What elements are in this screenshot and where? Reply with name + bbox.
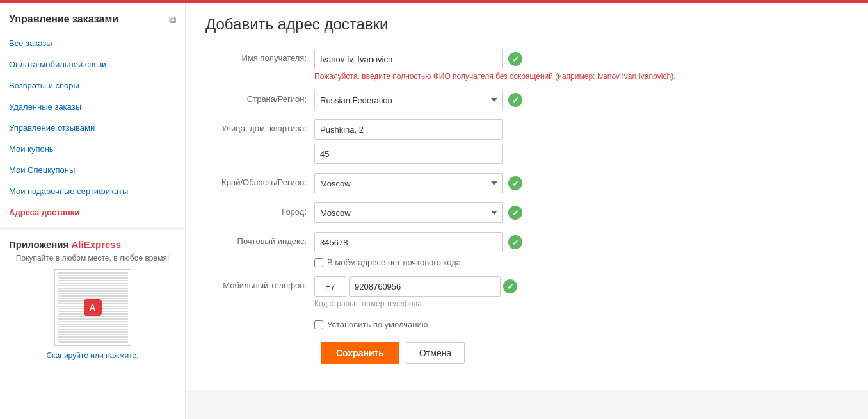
country-row: Страна/Регион: Russian Federation Ukrain…	[205, 90, 730, 110]
sidebar-header: Управление заказами ⧉	[0, 3, 185, 33]
delivery-form: Имя получателя: Пожалуйста, введите полн…	[205, 49, 730, 364]
recipient-valid-icon	[508, 52, 522, 66]
city-row: Город: Moscow Saint Petersburg Novosibir…	[205, 202, 730, 223]
country-valid-icon	[508, 93, 522, 107]
sidebar-item-coupons[interactable]: Мои купоны	[0, 138, 185, 160]
default-wrap: Установить по умолчанию	[314, 317, 730, 329]
default-row: Установить по умолчанию	[205, 317, 730, 329]
sidebar-item-gift-certificates[interactable]: Мои подарочные сертификаты	[0, 181, 185, 202]
phone-valid-icon	[503, 279, 517, 293]
app-promo-subtitle: Покупайте в любом месте, в любое время!	[9, 254, 176, 263]
main-content: Добавить адрес доставки Имя получателя: …	[186, 3, 868, 390]
phone-number-input[interactable]	[349, 276, 501, 297]
recipient-input[interactable]	[314, 49, 503, 69]
region-label: Край/Область/Регион:	[205, 173, 314, 187]
sidebar: Управление заказами ⧉ Все заказы Оплата …	[0, 3, 186, 419]
country-select[interactable]: Russian Federation Ukraine Belarus Kazak…	[314, 90, 503, 110]
phone-label: Мобильный телефон:	[205, 276, 314, 290]
city-valid-icon	[508, 206, 522, 220]
phone-row: Мобильный телефон: Код страны - номер те…	[205, 276, 730, 308]
qr-code: A	[54, 269, 131, 346]
page-title: Добавить адрес доставки	[205, 15, 849, 33]
postal-row: Почтовый индекс: В моём адресе нет почто…	[205, 232, 730, 267]
street-input[interactable]	[314, 119, 503, 140]
recipient-label: Имя получателя:	[205, 49, 314, 63]
postal-label: Почтовый индекс:	[205, 232, 314, 246]
recipient-hint: Пожалуйста, введите полностью ФИО получа…	[314, 72, 675, 81]
sidebar-item-deleted[interactable]: Удалённые заказы	[0, 96, 185, 117]
set-default-checkbox[interactable]	[314, 320, 323, 329]
country-wrap: Russian Federation Ukraine Belarus Kazak…	[314, 90, 730, 110]
button-row: Сохранить Отмена	[205, 342, 730, 364]
cancel-button[interactable]: Отмена	[406, 342, 465, 364]
sidebar-item-mobile-payment[interactable]: Оплата мобильной связи	[0, 54, 185, 75]
postal-input[interactable]	[314, 232, 503, 252]
street2-input[interactable]	[314, 144, 503, 164]
city-select[interactable]: Moscow Saint Petersburg Novosibirsk	[314, 202, 503, 223]
main-scroll-container: Добавить адрес доставки Имя получателя: …	[186, 3, 868, 419]
set-default-label[interactable]: Установить по умолчанию	[327, 320, 428, 329]
qr-logo: A	[84, 299, 102, 316]
save-button[interactable]: Сохранить	[321, 342, 399, 364]
city-label: Город:	[205, 202, 314, 217]
sidebar-item-returns[interactable]: Возвраты и споры	[0, 75, 185, 96]
phone-prefix-input[interactable]	[314, 276, 346, 297]
region-select[interactable]: Moscow Saint Petersburg Novosibirsk	[314, 173, 503, 193]
recipient-wrap: Пожалуйста, введите полностью ФИО получа…	[314, 49, 730, 81]
sidebar-item-delivery-addresses[interactable]: Адреса доставки	[0, 202, 185, 223]
region-row: Край/Область/Регион: Moscow Saint Peters…	[205, 173, 730, 193]
sidebar-collapse-icon[interactable]: ⧉	[169, 14, 176, 26]
default-checkbox-row: Установить по умолчанию	[314, 320, 428, 329]
no-postal-row: В моём адресе нет почтового кода.	[314, 258, 522, 267]
city-wrap: Moscow Saint Petersburg Novosibirsk	[314, 202, 730, 223]
postal-valid-icon	[508, 235, 522, 249]
app-promo-link[interactable]: Сканируйте или нажмите,	[9, 351, 176, 360]
app-promo-title: Приложения AliExpress	[9, 239, 176, 250]
app-promo-section: Приложения AliExpress Покупайте в любом …	[0, 228, 185, 370]
street-wrap	[314, 119, 730, 164]
default-label-spacer	[205, 317, 314, 322]
recipient-row: Имя получателя: Пожалуйста, введите полн…	[205, 49, 730, 81]
street-label: Улица, дом, квартира:	[205, 119, 314, 133]
postal-wrap: В моём адресе нет почтового кода.	[314, 232, 730, 267]
no-postal-checkbox[interactable]	[314, 258, 323, 267]
street-row: Улица, дом, квартира:	[205, 119, 730, 164]
sidebar-item-reviews[interactable]: Управление отзывами	[0, 117, 185, 138]
region-wrap: Moscow Saint Petersburg Novosibirsk	[314, 173, 730, 193]
phone-wrap: Код страны - номер телефона	[314, 276, 730, 308]
no-postal-label[interactable]: В моём адресе нет почтового кода.	[327, 258, 463, 267]
sidebar-item-all-orders[interactable]: Все заказы	[0, 33, 185, 54]
sidebar-title: Управление заказами	[9, 13, 118, 26]
region-valid-icon	[508, 176, 522, 190]
country-label: Страна/Регион:	[205, 90, 314, 104]
sidebar-item-special-coupons[interactable]: Мои Спецкупоны	[0, 160, 185, 181]
sidebar-nav: Все заказы Оплата мобильной связи Возвра…	[0, 33, 185, 223]
phone-hint: Код страны - номер телефона	[314, 299, 517, 308]
